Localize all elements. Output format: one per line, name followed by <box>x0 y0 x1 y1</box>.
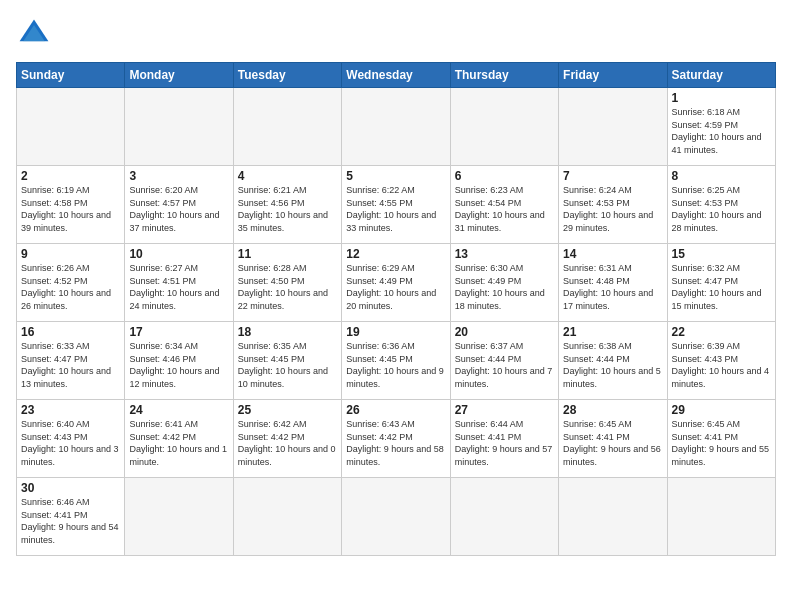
calendar-week-1: 2Sunrise: 6:19 AM Sunset: 4:58 PM Daylig… <box>17 166 776 244</box>
calendar-cell: 7Sunrise: 6:24 AM Sunset: 4:53 PM Daylig… <box>559 166 667 244</box>
cell-info-text: Sunrise: 6:25 AM Sunset: 4:53 PM Dayligh… <box>672 184 771 234</box>
calendar-cell: 17Sunrise: 6:34 AM Sunset: 4:46 PM Dayli… <box>125 322 233 400</box>
calendar-cell <box>125 88 233 166</box>
calendar-cell <box>559 88 667 166</box>
logo <box>16 16 58 52</box>
cell-info-text: Sunrise: 6:22 AM Sunset: 4:55 PM Dayligh… <box>346 184 445 234</box>
calendar-cell: 10Sunrise: 6:27 AM Sunset: 4:51 PM Dayli… <box>125 244 233 322</box>
calendar-week-0: 1Sunrise: 6:18 AM Sunset: 4:59 PM Daylig… <box>17 88 776 166</box>
weekday-tuesday: Tuesday <box>233 63 341 88</box>
calendar-cell: 21Sunrise: 6:38 AM Sunset: 4:44 PM Dayli… <box>559 322 667 400</box>
calendar-week-4: 23Sunrise: 6:40 AM Sunset: 4:43 PM Dayli… <box>17 400 776 478</box>
calendar-cell: 8Sunrise: 6:25 AM Sunset: 4:53 PM Daylig… <box>667 166 775 244</box>
cell-date-number: 12 <box>346 247 445 261</box>
calendar-cell: 15Sunrise: 6:32 AM Sunset: 4:47 PM Dayli… <box>667 244 775 322</box>
weekday-wednesday: Wednesday <box>342 63 450 88</box>
weekday-friday: Friday <box>559 63 667 88</box>
calendar-cell: 2Sunrise: 6:19 AM Sunset: 4:58 PM Daylig… <box>17 166 125 244</box>
cell-info-text: Sunrise: 6:28 AM Sunset: 4:50 PM Dayligh… <box>238 262 337 312</box>
cell-date-number: 24 <box>129 403 228 417</box>
cell-info-text: Sunrise: 6:42 AM Sunset: 4:42 PM Dayligh… <box>238 418 337 468</box>
cell-info-text: Sunrise: 6:31 AM Sunset: 4:48 PM Dayligh… <box>563 262 662 312</box>
cell-date-number: 25 <box>238 403 337 417</box>
weekday-sunday: Sunday <box>17 63 125 88</box>
calendar-cell: 6Sunrise: 6:23 AM Sunset: 4:54 PM Daylig… <box>450 166 558 244</box>
cell-date-number: 3 <box>129 169 228 183</box>
calendar-cell <box>450 88 558 166</box>
calendar-cell: 18Sunrise: 6:35 AM Sunset: 4:45 PM Dayli… <box>233 322 341 400</box>
cell-date-number: 5 <box>346 169 445 183</box>
cell-info-text: Sunrise: 6:43 AM Sunset: 4:42 PM Dayligh… <box>346 418 445 468</box>
cell-date-number: 17 <box>129 325 228 339</box>
cell-info-text: Sunrise: 6:46 AM Sunset: 4:41 PM Dayligh… <box>21 496 120 546</box>
cell-date-number: 21 <box>563 325 662 339</box>
cell-info-text: Sunrise: 6:39 AM Sunset: 4:43 PM Dayligh… <box>672 340 771 390</box>
calendar-cell <box>667 478 775 556</box>
cell-date-number: 4 <box>238 169 337 183</box>
cell-date-number: 9 <box>21 247 120 261</box>
page: SundayMondayTuesdayWednesdayThursdayFrid… <box>0 0 792 612</box>
calendar-cell: 29Sunrise: 6:45 AM Sunset: 4:41 PM Dayli… <box>667 400 775 478</box>
calendar-cell: 4Sunrise: 6:21 AM Sunset: 4:56 PM Daylig… <box>233 166 341 244</box>
calendar-cell: 5Sunrise: 6:22 AM Sunset: 4:55 PM Daylig… <box>342 166 450 244</box>
calendar-cell: 9Sunrise: 6:26 AM Sunset: 4:52 PM Daylig… <box>17 244 125 322</box>
cell-info-text: Sunrise: 6:45 AM Sunset: 4:41 PM Dayligh… <box>672 418 771 468</box>
cell-info-text: Sunrise: 6:24 AM Sunset: 4:53 PM Dayligh… <box>563 184 662 234</box>
cell-info-text: Sunrise: 6:21 AM Sunset: 4:56 PM Dayligh… <box>238 184 337 234</box>
calendar-cell: 25Sunrise: 6:42 AM Sunset: 4:42 PM Dayli… <box>233 400 341 478</box>
cell-date-number: 1 <box>672 91 771 105</box>
cell-info-text: Sunrise: 6:27 AM Sunset: 4:51 PM Dayligh… <box>129 262 228 312</box>
cell-date-number: 11 <box>238 247 337 261</box>
cell-info-text: Sunrise: 6:41 AM Sunset: 4:42 PM Dayligh… <box>129 418 228 468</box>
logo-icon <box>16 16 52 52</box>
cell-info-text: Sunrise: 6:26 AM Sunset: 4:52 PM Dayligh… <box>21 262 120 312</box>
cell-info-text: Sunrise: 6:33 AM Sunset: 4:47 PM Dayligh… <box>21 340 120 390</box>
calendar-body: 1Sunrise: 6:18 AM Sunset: 4:59 PM Daylig… <box>17 88 776 556</box>
weekday-thursday: Thursday <box>450 63 558 88</box>
cell-date-number: 19 <box>346 325 445 339</box>
calendar-week-3: 16Sunrise: 6:33 AM Sunset: 4:47 PM Dayli… <box>17 322 776 400</box>
cell-info-text: Sunrise: 6:19 AM Sunset: 4:58 PM Dayligh… <box>21 184 120 234</box>
calendar-cell <box>450 478 558 556</box>
calendar-week-2: 9Sunrise: 6:26 AM Sunset: 4:52 PM Daylig… <box>17 244 776 322</box>
calendar-cell: 13Sunrise: 6:30 AM Sunset: 4:49 PM Dayli… <box>450 244 558 322</box>
weekday-saturday: Saturday <box>667 63 775 88</box>
cell-info-text: Sunrise: 6:20 AM Sunset: 4:57 PM Dayligh… <box>129 184 228 234</box>
cell-date-number: 16 <box>21 325 120 339</box>
calendar-cell <box>342 478 450 556</box>
calendar-header: SundayMondayTuesdayWednesdayThursdayFrid… <box>17 63 776 88</box>
calendar-cell: 30Sunrise: 6:46 AM Sunset: 4:41 PM Dayli… <box>17 478 125 556</box>
cell-date-number: 18 <box>238 325 337 339</box>
calendar-cell: 11Sunrise: 6:28 AM Sunset: 4:50 PM Dayli… <box>233 244 341 322</box>
calendar-cell <box>559 478 667 556</box>
header <box>16 16 776 52</box>
cell-info-text: Sunrise: 6:37 AM Sunset: 4:44 PM Dayligh… <box>455 340 554 390</box>
cell-info-text: Sunrise: 6:36 AM Sunset: 4:45 PM Dayligh… <box>346 340 445 390</box>
cell-date-number: 30 <box>21 481 120 495</box>
calendar-cell: 28Sunrise: 6:45 AM Sunset: 4:41 PM Dayli… <box>559 400 667 478</box>
cell-date-number: 6 <box>455 169 554 183</box>
cell-info-text: Sunrise: 6:38 AM Sunset: 4:44 PM Dayligh… <box>563 340 662 390</box>
cell-date-number: 7 <box>563 169 662 183</box>
calendar-cell: 1Sunrise: 6:18 AM Sunset: 4:59 PM Daylig… <box>667 88 775 166</box>
calendar-cell <box>342 88 450 166</box>
cell-info-text: Sunrise: 6:32 AM Sunset: 4:47 PM Dayligh… <box>672 262 771 312</box>
cell-info-text: Sunrise: 6:44 AM Sunset: 4:41 PM Dayligh… <box>455 418 554 468</box>
cell-info-text: Sunrise: 6:30 AM Sunset: 4:49 PM Dayligh… <box>455 262 554 312</box>
calendar-week-5: 30Sunrise: 6:46 AM Sunset: 4:41 PM Dayli… <box>17 478 776 556</box>
calendar-cell: 22Sunrise: 6:39 AM Sunset: 4:43 PM Dayli… <box>667 322 775 400</box>
cell-date-number: 2 <box>21 169 120 183</box>
cell-info-text: Sunrise: 6:34 AM Sunset: 4:46 PM Dayligh… <box>129 340 228 390</box>
cell-date-number: 22 <box>672 325 771 339</box>
calendar-cell <box>233 478 341 556</box>
cell-date-number: 23 <box>21 403 120 417</box>
cell-date-number: 8 <box>672 169 771 183</box>
calendar-cell: 12Sunrise: 6:29 AM Sunset: 4:49 PM Dayli… <box>342 244 450 322</box>
calendar-cell: 3Sunrise: 6:20 AM Sunset: 4:57 PM Daylig… <box>125 166 233 244</box>
calendar: SundayMondayTuesdayWednesdayThursdayFrid… <box>16 62 776 556</box>
cell-date-number: 15 <box>672 247 771 261</box>
calendar-cell: 16Sunrise: 6:33 AM Sunset: 4:47 PM Dayli… <box>17 322 125 400</box>
calendar-cell <box>17 88 125 166</box>
calendar-cell: 20Sunrise: 6:37 AM Sunset: 4:44 PM Dayli… <box>450 322 558 400</box>
cell-date-number: 26 <box>346 403 445 417</box>
